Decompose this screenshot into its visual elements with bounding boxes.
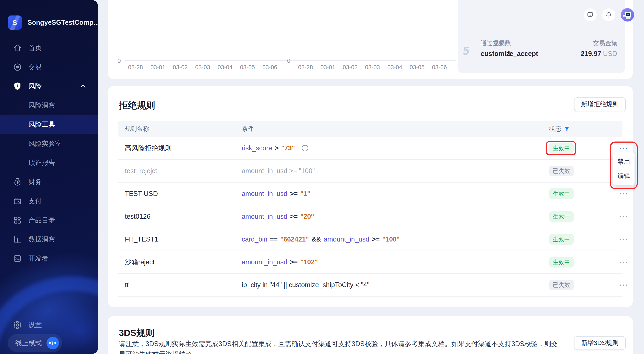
chart1-y-zero: 0 [118,58,121,64]
tds-rules-card: 3DS规则 新增3DS规则 请注意，3DS规则实际生效需完成3DS相关配置集成，… [108,316,633,354]
condition-value: "100" [382,236,400,243]
filter-icon[interactable] [564,126,570,132]
tx-amount-label: 交易金额 [593,39,617,47]
stat-divider [463,34,620,34]
table-row: tt ip_city in "44" || customize_shipToCi… [118,274,622,297]
chat-smiley-icon [586,11,594,18]
table-header: 规则名称 条件 状态 [118,121,622,137]
mode-label: 线上模式 [15,339,42,348]
sidebar-item-finance[interactable]: 财务 [0,172,98,191]
topbar [584,8,634,21]
add-tds-rule-button[interactable]: 新增3DS规则 [574,336,626,350]
tds-rules-description: 请注意，3DS规则实际生效需完成3DS相关配置集成，且需确认支付渠道可支持3DS… [119,339,564,354]
notifications-button[interactable] [602,8,615,21]
rules-table-body: 高风险拒绝规则 risk_score > "73" 生效中 ··· test_r… [118,137,622,297]
bar-chart-icon [13,235,22,244]
feedback-button[interactable] [584,8,597,21]
tx-amount-value: 219.97 USD [581,50,617,58]
sidebar-item-risk-insight[interactable]: 风险洞察 [0,96,98,115]
condition-field: amount_in_usd [242,213,287,220]
money-bag-icon [13,177,22,186]
wallet-icon [13,197,22,206]
table-row: 高风险拒绝规则 risk_score > "73" 生效中 ··· [118,137,622,160]
condition-operator: == [270,236,278,243]
status-badge: 已失效 [549,280,574,290]
condition-field: amount_in_usd [242,190,287,198]
condition-field: risk_score [242,144,272,152]
sidebar-item-risk[interactable]: 风险 [0,76,98,96]
gear-icon [13,321,22,330]
row-actions-button[interactable]: ··· [613,213,634,221]
table-row: test_rejejct amount_in_usd >= "100" 已失效 … [118,160,622,183]
add-reject-rule-button[interactable]: 新增拒绝规则 [574,97,626,111]
chart1-x-labels: 02-2803-0103-0203-0303-0403-0503-06 [128,64,277,71]
sidebar-item-data-insight[interactable]: 数据洞察 [0,230,98,249]
sidebar-footer: 设置 [0,315,98,335]
status-badge: 生效中 [549,234,574,245]
status-badge: 生效中 [549,188,574,199]
sidebar-item-transactions[interactable]: 交易 [0,57,98,76]
table-row: 沙箱reject amount_in_usd >= "102" 生效中 ··· [118,251,622,274]
robot-avatar-icon [621,8,634,21]
terminal-icon [13,254,22,263]
sidebar: S SongyeSGTestComp... 首页 交易 风险 风险洞察 风险工具… [0,0,98,354]
sidebar-item-settings[interactable]: 设置 [0,315,98,335]
org-switcher[interactable]: S SongyeSGTestComp... [8,15,98,30]
home-icon [13,43,22,52]
sidebar-item-developer[interactable]: 开发者 [0,249,98,268]
condition-operator: >= [290,258,298,266]
tx-count-label: 交易数 [493,39,511,47]
chart2-x-labels: 02-2803-0103-0203-0303-0403-0503-06 [298,64,447,71]
sidebar-menu: 首页 交易 风险 风险洞察 风险工具 风险实验室 欺诈报告 财务 支付 产品目录 [0,38,98,268]
col-status[interactable]: 状态 [549,121,570,137]
main-area: 0 02-2803-0103-0203-0303-0403-0503-06 0 … [98,0,644,354]
condition-value: "662421" [280,236,309,243]
chart2-y-zero: 0 [287,58,290,64]
condition-field: amount_in_usd [242,258,287,266]
table-row: TEST-USD amount_in_usd >= "1" 生效中 ··· [118,183,622,205]
shield-bolt-icon [13,82,22,91]
status-badge: 已失效 [549,166,574,176]
table-row: FH_TEST1 card_bin == "662421" && amount_… [118,228,622,251]
status-badge: 生效中 [549,257,574,268]
bell-icon [605,11,612,18]
tx-count-value: 1 [507,50,511,58]
col-rule-name: 规则名称 [125,121,149,137]
chevron-up-icon [78,82,88,91]
row-actions-button[interactable]: ··· [613,190,634,198]
condition-value: "73" [281,144,295,152]
tds-rules-title: 3DS规则 [119,327,154,339]
annotation-ring-status [546,141,576,155]
condition-operator: > [275,144,278,152]
condition-operator: >= [290,213,298,220]
condition-value: "20" [300,213,314,220]
row-actions-button[interactable]: ··· [613,235,634,244]
overview-card: 0 02-2803-0103-0203-0303-0403-0503-06 0 … [108,0,633,79]
condition-value: "102" [300,258,318,266]
row-actions-button[interactable]: ··· [613,258,634,267]
chart2-axis [295,60,456,61]
org-logo: S [8,15,22,30]
user-avatar[interactable] [621,8,634,21]
sidebar-item-risk-tools[interactable]: 风险工具 [0,115,98,134]
sidebar-item-home[interactable]: 首页 [0,38,98,57]
condition-operator: && [312,236,321,243]
condition-field: amount_in_usd [324,236,369,243]
sidebar-item-catalog[interactable]: 产品目录 [0,211,98,230]
condition-field: card_bin [242,236,267,243]
condition-text: ip_city in "44" || customize_shipToCity … [242,281,369,289]
sidebar-item-payment[interactable]: 支付 [0,191,98,211]
row-actions-button[interactable]: ··· [613,281,634,289]
condition-text: amount_in_usd >= "100" [242,167,315,175]
rule-rank-number: 5 [463,44,469,57]
sidebar-item-risk-lab[interactable]: 风险实验室 [0,134,98,153]
reject-rules-title: 拒绝规则 [119,99,155,111]
table-row: test0126 amount_in_usd >= "20" 生效中 ··· [118,205,622,228]
mode-toggle[interactable]: 线上模式 </> [8,334,62,352]
grid-shapes-icon [13,216,22,225]
status-badge: 生效中 [549,211,574,222]
exchange-icon [13,63,22,72]
info-icon[interactable] [301,144,309,152]
sidebar-item-fraud-report[interactable]: 欺诈报告 [0,153,98,172]
condition-operator: >= [290,190,298,198]
